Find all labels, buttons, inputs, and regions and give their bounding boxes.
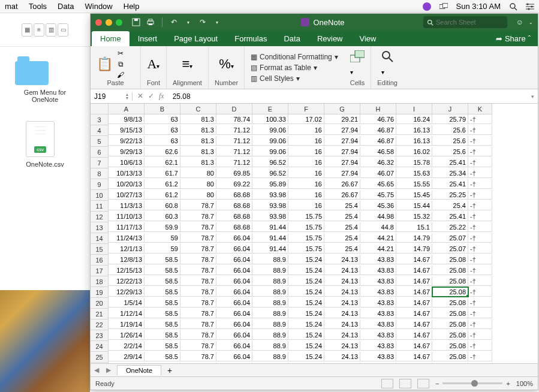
cell[interactable]: 43.83 <box>360 287 396 297</box>
formula-input[interactable] <box>173 92 524 101</box>
menu-item[interactable]: Window <box>85 2 113 11</box>
cell[interactable]: 88.9 <box>252 309 288 318</box>
cell[interactable]: -† <box>468 168 492 178</box>
cell[interactable]: 16 <box>288 168 324 178</box>
cell[interactable]: 15.63 <box>396 168 432 178</box>
row-header[interactable]: 11 <box>91 201 109 212</box>
spotlight-icon[interactable] <box>509 2 517 11</box>
tab-review[interactable]: Review <box>309 31 351 46</box>
cell[interactable]: 60.8 <box>144 201 180 210</box>
row-header[interactable]: 3 <box>91 114 109 125</box>
cell[interactable]: 71.12 <box>216 158 252 167</box>
cell[interactable]: 14.67 <box>396 266 432 275</box>
name-box[interactable]: J19▴▾ <box>91 92 133 101</box>
cell[interactable]: 15.45 <box>396 190 432 200</box>
cell[interactable]: 16 <box>288 125 324 135</box>
cell[interactable]: -† <box>468 244 492 254</box>
cell[interactable]: 78.7 <box>180 276 216 286</box>
expand-formula-icon[interactable]: ▾ <box>528 94 538 99</box>
cell[interactable]: 91.44 <box>252 244 288 254</box>
cell[interactable]: -† <box>468 266 492 275</box>
cell[interactable]: 27.94 <box>324 158 360 167</box>
cell[interactable]: 16 <box>288 179 324 189</box>
row-header[interactable]: 26 <box>91 363 109 363</box>
cell[interactable]: -† <box>468 114 492 124</box>
cell[interactable]: -† <box>468 136 492 146</box>
cell[interactable]: 58.5 <box>144 298 180 307</box>
cell[interactable]: 16.02 <box>396 147 432 156</box>
row-header[interactable]: 6 <box>91 147 109 158</box>
cell[interactable]: 46.76 <box>360 114 396 124</box>
cell[interactable]: 78.7 <box>180 222 216 232</box>
cell[interactable]: 17.02 <box>288 114 324 124</box>
cell[interactable]: 15.75 <box>288 233 324 243</box>
cell[interactable]: 26.67 <box>324 179 360 189</box>
cell[interactable]: 12/1/13 <box>109 244 144 254</box>
cell[interactable]: 1/19/14 <box>109 319 144 329</box>
cell[interactable]: 69.22 <box>216 179 252 189</box>
row-header[interactable]: 19 <box>91 287 109 298</box>
cell[interactable]: 24.13 <box>324 319 360 329</box>
row-header[interactable]: 18 <box>91 276 109 287</box>
row-header[interactable]: 12 <box>91 212 109 222</box>
cell[interactable]: 25.22 <box>432 222 468 232</box>
cell[interactable]: 25.08 <box>432 287 468 297</box>
cell[interactable]: 88.9 <box>252 266 288 275</box>
cell[interactable]: -† <box>468 233 492 243</box>
cell[interactable]: 66.04 <box>216 352 252 361</box>
cell[interactable]: 81.3 <box>180 136 216 146</box>
displays-icon[interactable] <box>439 2 448 11</box>
cell[interactable]: 58.5 <box>144 309 180 318</box>
cell[interactable]: 9/15/13 <box>109 125 144 135</box>
format-painter-icon[interactable]: 🖌 <box>116 71 125 79</box>
cell[interactable]: 25.79 <box>432 114 468 124</box>
cell[interactable]: -† <box>468 179 492 189</box>
sheet-nav-prev-icon[interactable]: ◀ <box>91 366 103 374</box>
cell[interactable]: 24.13 <box>324 266 360 275</box>
cell[interactable]: 9/29/13 <box>109 147 144 156</box>
cell[interactable]: 88.9 <box>252 352 288 361</box>
cell[interactable]: 78.7 <box>180 287 216 297</box>
cell[interactable]: 43.83 <box>360 363 396 363</box>
menu-item[interactable]: Tools <box>29 2 47 11</box>
control-center-icon[interactable] <box>526 2 534 11</box>
cell[interactable]: 11/17/13 <box>109 222 144 232</box>
row-header[interactable]: 13 <box>91 222 109 233</box>
cell[interactable]: 62.1 <box>144 158 180 167</box>
cell[interactable]: 10/6/13 <box>109 158 144 167</box>
cell[interactable]: 58.5 <box>144 330 180 340</box>
cell[interactable]: 63 <box>144 125 180 135</box>
cell[interactable]: 99.06 <box>252 136 288 146</box>
cell[interactable]: 14.79 <box>396 244 432 254</box>
cell[interactable]: 12/15/13 <box>109 266 144 275</box>
cell[interactable]: 25.41 <box>432 158 468 167</box>
cell[interactable]: 58.5 <box>144 319 180 329</box>
cell[interactable]: 29.21 <box>324 114 360 124</box>
cell[interactable]: 99.06 <box>252 147 288 156</box>
cell[interactable]: 14.67 <box>396 319 432 329</box>
cell[interactable]: 88.9 <box>252 255 288 264</box>
cell[interactable]: 43.83 <box>360 266 396 275</box>
menu-item[interactable]: mat <box>5 2 18 11</box>
paste-icon[interactable]: 📋 <box>97 56 113 72</box>
cell[interactable]: 25.6 <box>432 136 468 146</box>
cell[interactable]: 2/9/14 <box>109 352 144 361</box>
cell[interactable]: -† <box>468 212 492 221</box>
cell[interactable]: 66.04 <box>216 255 252 264</box>
cell[interactable]: 91.44 <box>252 222 288 232</box>
column-header[interactable]: A <box>109 104 144 114</box>
accept-formula-icon[interactable]: ✓ <box>148 92 154 101</box>
cell[interactable]: 88.9 <box>252 298 288 307</box>
column-header[interactable]: J <box>432 104 468 114</box>
search-sheet-box[interactable] <box>423 16 507 28</box>
undo-dropdown-icon[interactable]: ▾ <box>183 17 194 28</box>
cell[interactable]: 12/8/13 <box>109 255 144 264</box>
cell[interactable]: 15.24 <box>288 298 324 307</box>
page-break-view-button[interactable] <box>417 379 429 388</box>
row-header[interactable]: 16 <box>91 255 109 266</box>
row-header[interactable]: 24 <box>91 341 109 352</box>
cell[interactable]: 93.98 <box>252 212 288 221</box>
zoom-slider[interactable]: − + <box>435 380 510 387</box>
cell[interactable]: 9/8/13 <box>109 114 144 124</box>
column-header[interactable]: F <box>288 104 324 114</box>
